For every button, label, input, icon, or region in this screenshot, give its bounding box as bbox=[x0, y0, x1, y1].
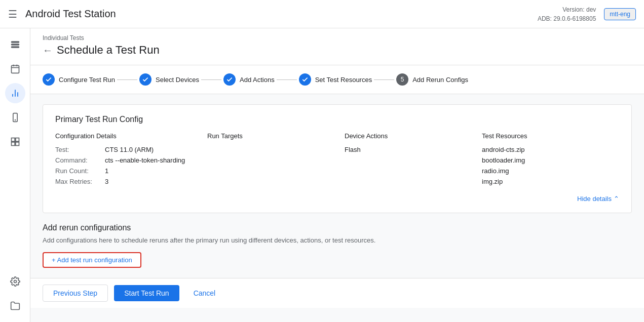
svg-rect-12 bbox=[11, 138, 15, 142]
page-header: Individual Tests ← Schedule a Test Run bbox=[30, 28, 644, 65]
page-title: Schedule a Test Run bbox=[57, 44, 160, 57]
col-header-device-actions: Device Actions bbox=[345, 132, 482, 146]
layout: Individual Tests ← Schedule a Test Run C… bbox=[0, 28, 644, 322]
step-1-circle bbox=[43, 73, 55, 86]
key-test: Test: bbox=[55, 146, 101, 153]
svg-rect-3 bbox=[11, 65, 19, 73]
rerun-section: Add rerun configurations Add configurati… bbox=[43, 223, 632, 268]
svg-rect-13 bbox=[15, 138, 19, 142]
step-4-circle bbox=[299, 73, 311, 86]
key-max-retries: Max Retries: bbox=[55, 178, 101, 185]
sidebar-item-calendar[interactable] bbox=[5, 59, 25, 79]
col-header-details: Configuration Details bbox=[55, 132, 207, 146]
col-config-details: Configuration Details Test: CTS 11.0 (AR… bbox=[55, 132, 207, 188]
val-test: CTS 11.0 (ARM) bbox=[105, 146, 154, 153]
step-select-devices: Select Devices bbox=[139, 73, 199, 86]
resource-2: radio.img bbox=[482, 167, 619, 175]
key-command: Command: bbox=[55, 156, 101, 164]
env-badge[interactable]: mtt-eng bbox=[604, 8, 636, 20]
resource-1: bootloader.img bbox=[482, 156, 619, 164]
stepper: Configure Test Run Select Devices Add Ac… bbox=[30, 65, 644, 94]
detail-command: Command: cts --enable-token-sharding bbox=[55, 156, 207, 164]
detail-max-retries: Max Retries: 3 bbox=[55, 178, 207, 185]
detail-test: Test: CTS 11.0 (ARM) bbox=[55, 146, 207, 153]
rerun-description: Add configurations here to schedule reru… bbox=[43, 236, 632, 244]
svg-rect-14 bbox=[11, 142, 15, 146]
start-test-run-button[interactable]: Start Test Run bbox=[114, 285, 179, 301]
step-3-circle bbox=[223, 73, 236, 86]
sidebar-item-layers[interactable] bbox=[5, 132, 25, 152]
sidebar-item-settings[interactable] bbox=[5, 271, 25, 292]
col-header-test-resources: Test Resources bbox=[482, 132, 619, 146]
app-title: Android Test Station bbox=[25, 8, 529, 20]
rerun-title: Add rerun configurations bbox=[43, 223, 632, 232]
config-card: Primary Test Run Config Configuration De… bbox=[43, 104, 632, 213]
step-2-circle bbox=[139, 73, 151, 86]
connector-2 bbox=[201, 79, 221, 80]
device-action-flash: Flash bbox=[345, 146, 482, 153]
resource-0: android-cts.zip bbox=[482, 146, 619, 153]
page-title-row: ← Schedule a Test Run bbox=[43, 44, 632, 57]
col-run-targets: Run Targets bbox=[207, 132, 345, 188]
main-content: Individual Tests ← Schedule a Test Run C… bbox=[30, 28, 644, 322]
step-set-resources: Set Test Resources bbox=[299, 73, 372, 86]
sidebar bbox=[0, 28, 30, 322]
step-3-label: Add Actions bbox=[240, 76, 275, 84]
val-run-count: 1 bbox=[105, 167, 108, 175]
step-configure: Configure Test Run bbox=[43, 73, 115, 86]
hide-details-link[interactable]: Hide details ⌃ bbox=[577, 195, 619, 203]
chevron-up-icon: ⌃ bbox=[614, 195, 619, 203]
col-test-resources: Test Resources android-cts.zip bootloade… bbox=[482, 132, 619, 188]
device-actions-list: Flash bbox=[345, 146, 482, 153]
svg-rect-0 bbox=[11, 42, 19, 43]
sidebar-item-phone[interactable] bbox=[5, 107, 25, 128]
sidebar-item-chart[interactable] bbox=[5, 83, 25, 103]
hide-details-row: Hide details ⌃ bbox=[55, 194, 619, 203]
menu-icon[interactable]: ☰ bbox=[8, 8, 17, 20]
config-details-list: Test: CTS 11.0 (ARM) Command: cts --enab… bbox=[55, 146, 207, 185]
add-config-button[interactable]: + Add test run configuration bbox=[43, 252, 141, 268]
svg-point-16 bbox=[14, 280, 16, 283]
step-4-label: Set Test Resources bbox=[315, 76, 372, 84]
content-area: Primary Test Run Config Configuration De… bbox=[30, 94, 644, 278]
connector-4 bbox=[374, 79, 394, 80]
step-1-label: Configure Test Run bbox=[59, 76, 115, 84]
connector-1 bbox=[117, 79, 137, 80]
config-grid: Configuration Details Test: CTS 11.0 (AR… bbox=[55, 132, 619, 188]
resource-3: img.zip bbox=[482, 178, 619, 185]
connector-3 bbox=[277, 79, 297, 80]
step-5-label: Add Rerun Configs bbox=[412, 76, 468, 84]
test-resources-list: android-cts.zip bootloader.img radio.img… bbox=[482, 146, 619, 185]
bottom-bar: Previous Step Start Test Run Cancel bbox=[30, 278, 644, 308]
step-5-circle: 5 bbox=[396, 73, 408, 86]
detail-run-count: Run Count: 1 bbox=[55, 167, 207, 175]
sidebar-item-tasks[interactable] bbox=[5, 34, 25, 55]
step-add-actions: Add Actions bbox=[223, 73, 275, 86]
val-command: cts --enable-token-sharding bbox=[105, 156, 185, 164]
topbar: ☰ Android Test Station Version: dev ADB:… bbox=[0, 0, 644, 28]
val-max-retries: 3 bbox=[105, 178, 108, 185]
step-2-label: Select Devices bbox=[156, 76, 199, 84]
back-button[interactable]: ← bbox=[43, 45, 53, 55]
cancel-button[interactable]: Cancel bbox=[185, 285, 224, 301]
step-add-rerun: 5 Add Rerun Configs bbox=[396, 73, 468, 86]
previous-step-button[interactable]: Previous Step bbox=[43, 285, 108, 302]
col-header-run-targets: Run Targets bbox=[207, 132, 345, 146]
col-device-actions: Device Actions Flash bbox=[345, 132, 482, 188]
sidebar-item-folder[interactable] bbox=[5, 296, 25, 316]
hide-details-label: Hide details bbox=[577, 195, 612, 203]
config-card-title: Primary Test Run Config bbox=[55, 115, 619, 124]
svg-rect-15 bbox=[15, 142, 19, 146]
version-info: Version: dev ADB: 29.0.6-6198805 bbox=[538, 5, 596, 23]
key-run-count: Run Count: bbox=[55, 167, 101, 175]
breadcrumb: Individual Tests bbox=[43, 34, 632, 42]
svg-rect-1 bbox=[11, 44, 19, 45]
svg-rect-2 bbox=[11, 47, 19, 48]
